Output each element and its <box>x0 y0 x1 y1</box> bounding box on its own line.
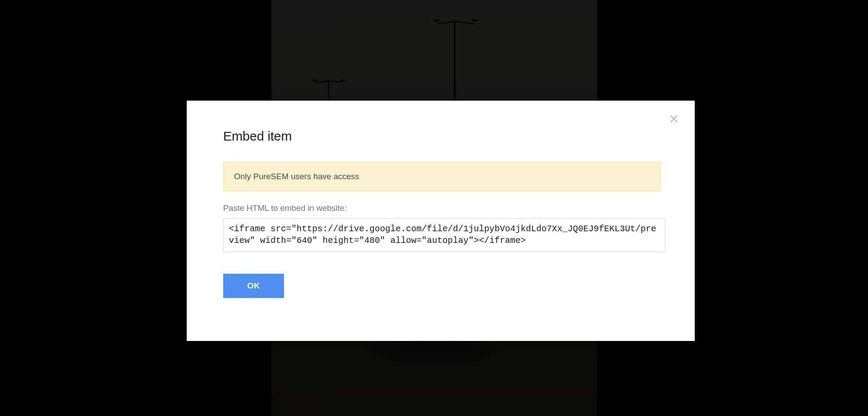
close-button[interactable] <box>665 111 683 128</box>
access-info-banner: Only PureSEM users have access <box>223 162 660 191</box>
embed-field-label: Paste HTML to embed in website: <box>223 203 669 213</box>
decorative-shape <box>313 79 317 82</box>
embed-code-textbox[interactable]: <iframe src="https://drive.google.com/fi… <box>223 218 665 252</box>
dialog-title: Embed item <box>223 129 669 144</box>
decorative-shape <box>316 80 329 83</box>
close-icon <box>669 114 679 125</box>
embed-item-dialog: Embed item Only PureSEM users have acces… <box>187 101 695 341</box>
app-viewport: Embed item Only PureSEM users have acces… <box>0 0 868 416</box>
decorative-shape <box>433 19 440 22</box>
dialog-content: Embed item Only PureSEM users have acces… <box>223 129 669 298</box>
decorative-shape <box>471 19 478 22</box>
decorative-shape <box>340 79 345 82</box>
ok-button[interactable]: OK <box>223 274 284 298</box>
